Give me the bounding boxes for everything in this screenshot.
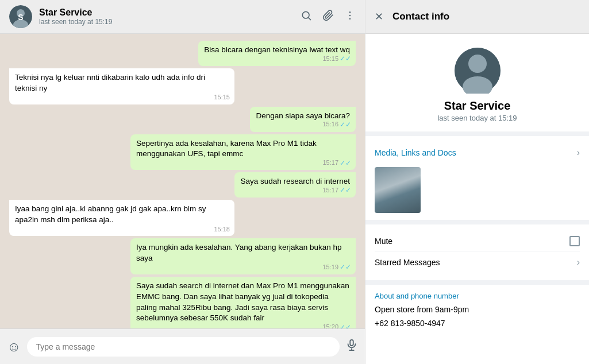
chat-header-icons bbox=[301, 10, 356, 24]
contact-phone: +62 813-9850-4947 bbox=[375, 319, 580, 328]
message-bubble: Dengan siapa saya bicara? 15:16✓✓ bbox=[250, 107, 356, 132]
mute-label: Mute bbox=[375, 237, 392, 246]
message-time: 15:17✓✓ bbox=[322, 185, 351, 195]
contact-name: Star Service bbox=[444, 99, 511, 113]
message-text: Dengan siapa saya bicara? bbox=[256, 111, 350, 120]
avatar[interactable]: S bbox=[9, 5, 32, 28]
chat-header-info: Star Service last seen today at 15:19 bbox=[39, 7, 294, 26]
message-time: 15:15 bbox=[214, 93, 230, 102]
svg-text:S: S bbox=[18, 13, 23, 22]
contact-info-title: Contact info bbox=[392, 11, 449, 22]
media-section: Media, Links and Docs › bbox=[365, 131, 589, 220]
chat-last-seen: last seen today at 15:19 bbox=[39, 18, 294, 26]
media-links-label: Media, Links and Docs bbox=[375, 148, 456, 157]
svg-point-6 bbox=[349, 11, 351, 13]
contact-last-seen: last seen today at 15:19 bbox=[437, 114, 517, 122]
chat-contact-name: Star Service bbox=[39, 7, 294, 18]
mic-icon[interactable] bbox=[345, 339, 358, 355]
message-bubble: Iyaa bang gini aja..kl abanng gak jd gak… bbox=[9, 200, 234, 236]
starred-messages-label: Starred Messages bbox=[375, 258, 440, 267]
search-icon[interactable] bbox=[301, 10, 312, 24]
about-title: About and phone number bbox=[375, 292, 580, 300]
message-time: 15:18 bbox=[214, 225, 230, 234]
contact-panel: ✕ Contact info Star Service last seen to… bbox=[365, 0, 589, 364]
message-input[interactable] bbox=[27, 337, 340, 357]
svg-point-8 bbox=[349, 18, 351, 20]
message-bubble: Bisa bicara dengan teknisinya lwat text … bbox=[198, 41, 356, 66]
contact-info-header: ✕ Contact info bbox=[365, 0, 589, 34]
message-time: 15:15✓✓ bbox=[322, 54, 351, 64]
message-bubble: Saya sudah search di internet dan Max Pr… bbox=[130, 277, 356, 328]
more-options-icon[interactable] bbox=[344, 10, 356, 24]
emoji-icon[interactable]: ☺ bbox=[7, 339, 21, 355]
message-bubble: Saya sudah research di internet 15:17✓✓ bbox=[234, 172, 356, 198]
media-thumbnails bbox=[375, 167, 580, 213]
message-text: Iya mungkin ada kesalahan. Yang abang ke… bbox=[136, 243, 342, 262]
message-text: Bisa bicara dengan teknisinya lwat text … bbox=[204, 45, 350, 54]
svg-point-4 bbox=[302, 11, 309, 18]
message-time: 15:20✓✓ bbox=[322, 323, 351, 328]
message-text: Teknisi nya lg keluar nnti dikabarin kal… bbox=[15, 73, 205, 92]
media-chevron-icon: › bbox=[577, 148, 580, 158]
about-store-hours: Open store from 9am-9pm bbox=[375, 305, 580, 314]
contact-avatar-section: Star Service last seen today at 15:19 bbox=[365, 34, 589, 131]
mute-section: Mute Starred Messages › bbox=[365, 220, 589, 280]
mute-row: Mute bbox=[375, 231, 580, 251]
message-text: Iyaa bang gini aja..kl abanng gak jd gak… bbox=[15, 204, 206, 224]
message-time: 15:17✓✓ bbox=[322, 158, 351, 168]
message-bubble: Teknisi nya lg keluar nnti dikabarin kal… bbox=[9, 68, 234, 104]
message-time: 15:16✓✓ bbox=[322, 120, 351, 130]
chat-panel: S Star Service last seen today at 15:19 bbox=[0, 0, 365, 364]
media-links-docs-row[interactable]: Media, Links and Docs › bbox=[375, 143, 580, 162]
message-text: Sepertinya ada kesalahan, karena Max Pro… bbox=[136, 139, 317, 158]
message-time: 15:19✓✓ bbox=[322, 262, 351, 272]
chat-header: S Star Service last seen today at 15:19 bbox=[0, 0, 365, 34]
svg-point-7 bbox=[349, 14, 351, 16]
message-text: Saya sudah research di internet bbox=[240, 177, 350, 185]
message-text: Saya sudah search di internet dan Max Pr… bbox=[136, 281, 349, 323]
chat-input-bar: ☺ bbox=[0, 328, 365, 364]
mute-checkbox[interactable] bbox=[569, 236, 580, 246]
starred-chevron-icon: › bbox=[577, 257, 580, 268]
attachment-icon[interactable] bbox=[322, 10, 334, 24]
close-button[interactable]: ✕ bbox=[375, 10, 383, 23]
messages-area: Bisa bicara dengan teknisinya lwat text … bbox=[0, 34, 365, 328]
message-bubble: Sepertinya ada kesalahan, karena Max Pro… bbox=[130, 134, 356, 171]
starred-messages-row[interactable]: Starred Messages › bbox=[375, 251, 580, 273]
svg-rect-9 bbox=[350, 339, 353, 345]
svg-point-13 bbox=[468, 55, 487, 73]
contact-avatar bbox=[455, 48, 501, 94]
svg-line-5 bbox=[309, 17, 311, 20]
message-bubble: Iya mungkin ada kesalahan. Yang abang ke… bbox=[130, 238, 356, 274]
media-thumb-1[interactable] bbox=[375, 167, 421, 213]
about-section: About and phone number Open store from 9… bbox=[365, 280, 589, 335]
